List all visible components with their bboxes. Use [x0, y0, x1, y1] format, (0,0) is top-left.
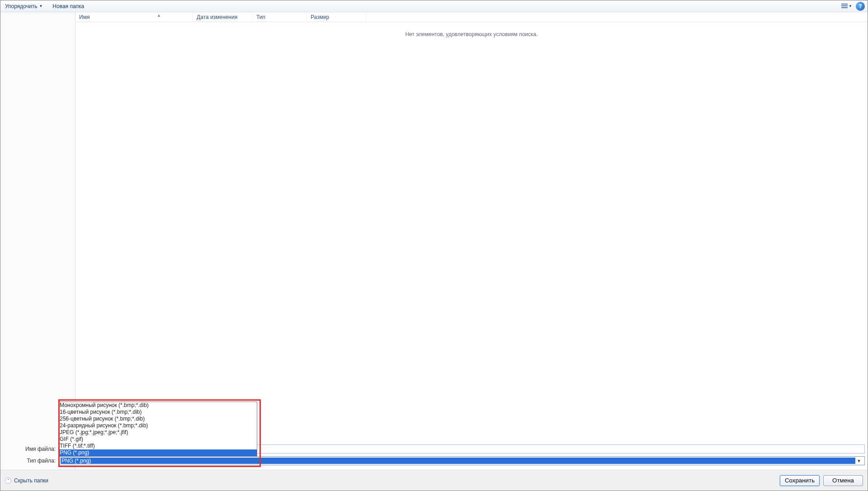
- column-date[interactable]: Дата изменения: [193, 12, 253, 22]
- filetype-option[interactable]: 256-цветный рисунок (*.bmp;*.dib): [59, 416, 257, 422]
- filename-label: Имя файла:: [0, 446, 58, 452]
- column-size[interactable]: Размер: [307, 12, 366, 22]
- filetype-option[interactable]: 24-разрядный рисунок (*.bmp;*.dib): [59, 422, 257, 429]
- toolbar: Упорядочить ▼ Новая папка ▼ ?: [0, 0, 868, 12]
- hide-folders-label: Скрыть папки: [14, 477, 48, 484]
- list-icon: [841, 4, 848, 9]
- filetype-option[interactable]: GIF (*.gif): [59, 436, 257, 443]
- help-button[interactable]: ?: [856, 2, 865, 11]
- view-mode-button[interactable]: ▼: [840, 2, 853, 10]
- save-button[interactable]: Сохранить: [780, 475, 820, 486]
- column-size-label: Размер: [311, 14, 329, 20]
- new-folder-label: Новая папка: [52, 3, 84, 9]
- organize-button[interactable]: Упорядочить ▼: [3, 2, 44, 10]
- filetype-dropdown[interactable]: PNG (*.png) ▼: [58, 456, 865, 465]
- filetype-options-list[interactable]: Монохромный рисунок (*.bmp;*.dib) 16-цве…: [58, 402, 257, 457]
- chevron-down-icon: ▼: [849, 4, 852, 8]
- new-folder-button[interactable]: Новая папка: [51, 2, 86, 10]
- filetype-option[interactable]: Монохромный рисунок (*.bmp;*.dib): [59, 402, 257, 409]
- filetype-option[interactable]: JPEG (*.jpg;*.jpeg;*.jpe;*.jfif): [59, 429, 257, 436]
- column-type-label: Тип: [256, 14, 265, 20]
- column-date-label: Дата изменения: [197, 14, 237, 20]
- column-name[interactable]: Имя ▲: [75, 12, 193, 22]
- filetype-option[interactable]: TIFF (*.tif;*.tiff): [59, 443, 257, 449]
- column-headers: Имя ▲ Дата изменения Тип Размер: [75, 12, 868, 22]
- dialog-footer: ˄ Скрыть папки Сохранить Отмена: [0, 470, 868, 491]
- bottom-panel: Имя файла: Тип файла: Монохромный рисуно…: [0, 409, 868, 491]
- column-name-label: Имя: [79, 14, 90, 20]
- filetype-option[interactable]: 16-цветный рисунок (*.bmp;*.dib): [59, 409, 257, 416]
- chevron-down-icon: ▼: [855, 458, 863, 463]
- sort-asc-icon: ▲: [157, 10, 161, 20]
- save-dialog: Упорядочить ▼ Новая папка ▼ ? Имя ▲: [0, 0, 868, 491]
- chevron-down-icon: ▼: [39, 4, 42, 8]
- column-type[interactable]: Тип: [253, 12, 307, 22]
- filetype-option-selected[interactable]: PNG (*.png): [59, 449, 257, 456]
- empty-message: Нет элементов, удовлетворяющих условиям …: [405, 31, 538, 37]
- filetype-label: Тип файла:: [0, 458, 58, 464]
- organize-label: Упорядочить: [5, 3, 37, 9]
- cancel-button[interactable]: Отмена: [823, 475, 863, 486]
- hide-folders-button[interactable]: ˄ Скрыть папки: [5, 477, 48, 484]
- filetype-selected-text: PNG (*.png): [61, 458, 855, 464]
- chevron-up-icon: ˄: [5, 477, 11, 484]
- help-icon: ?: [859, 3, 862, 9]
